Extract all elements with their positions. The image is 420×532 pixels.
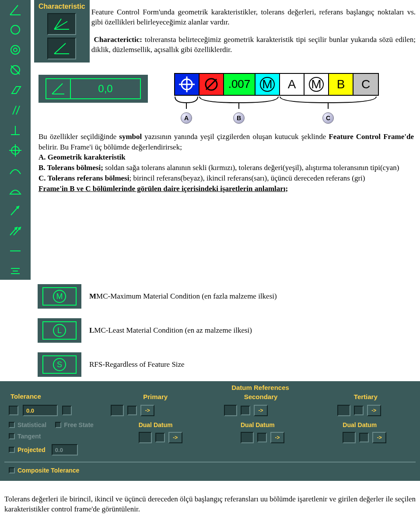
circularity-icon[interactable] — [8, 23, 22, 37]
tolerance-label: Tolerance — [4, 384, 105, 400]
runout-icon[interactable] — [8, 204, 22, 218]
lmc-letter: L — [53, 324, 66, 337]
characteristic-select-2[interactable] — [47, 38, 76, 59]
projected-value-input[interactable]: 0.0 — [52, 444, 78, 456]
primary-dual-arrow-button[interactable]: -> — [168, 432, 182, 443]
rfs-label: RFS-Regardless of Feature Size — [89, 360, 185, 369]
intro-paragraph-2: Characterictic: tolreransta belirteceğim… — [90, 35, 420, 55]
footer-paragraph: Tolerans değerleri ile birincil, ikincil… — [0, 488, 420, 523]
tol-shape-button[interactable] — [9, 406, 18, 415]
mmc-row: M MMC-Maximum Material Condition (en faz… — [38, 284, 420, 309]
angle-symbol-icon — [46, 79, 71, 98]
fcf-datum-tertiary: C — [354, 74, 378, 95]
total-runout-icon[interactable] — [8, 224, 22, 238]
tertiary-datum-input[interactable] — [337, 405, 350, 416]
tol-value-input[interactable]: 0.0 — [23, 405, 58, 416]
tertiary-label: Tertiary — [354, 393, 378, 400]
primary-modifier-button[interactable] — [127, 406, 137, 415]
secondary-datum-input[interactable] — [224, 405, 237, 416]
tol-modifier-button[interactable] — [62, 406, 72, 415]
tertiary-dual-datum-label: Dual Datum — [343, 421, 377, 428]
section-text: Bu özellikler seçildiğinde symbol yazısı… — [34, 124, 420, 194]
secondary-arrow-button[interactable]: -> — [254, 405, 268, 416]
straightness-icon[interactable] — [8, 244, 22, 258]
lmc-label: LMC-Least Material Condition (en az malz… — [89, 326, 252, 335]
divider — [4, 462, 416, 462]
statistical-checkbox[interactable]: Statistical — [9, 421, 46, 428]
fcf-tolerance-value: .007 — [224, 74, 256, 95]
primary-label: Primary — [143, 393, 168, 400]
profile-surface-icon[interactable] — [8, 184, 22, 198]
rfs-letter: S — [53, 358, 66, 371]
brace-label-c: C — [322, 112, 334, 124]
secondary-dual-mod-button[interactable] — [257, 433, 267, 442]
svg-point-2 — [14, 48, 17, 52]
position-icon[interactable] — [8, 143, 22, 157]
fcf-characteristic-icon — [175, 74, 200, 95]
fcf-shape-icon — [200, 74, 224, 95]
parallelism-icon[interactable] — [8, 103, 22, 117]
primary-dual-datum-label: Dual Datum — [139, 421, 173, 428]
svg-point-1 — [11, 45, 20, 54]
characteristic-select-1[interactable] — [47, 13, 76, 35]
angle-display-panel: 0,0 — [38, 75, 148, 103]
primary-datum-input[interactable] — [111, 405, 124, 416]
secondary-modifier-button[interactable] — [241, 406, 250, 415]
characteristic-title: Characteristic — [38, 3, 85, 10]
secondary-dual-input[interactable] — [241, 432, 254, 443]
mmc-letter: M — [53, 290, 66, 303]
angle-value: 0,0 — [71, 79, 140, 98]
brace-label-a: A — [181, 112, 192, 124]
fcf-modifier: M — [256, 74, 280, 95]
symbol-toolbar — [0, 0, 31, 280]
svg-point-0 — [11, 25, 20, 34]
intro-lead: Characterictic: — [94, 35, 142, 44]
tertiary-modifier-button[interactable] — [354, 406, 364, 415]
fcf-datum-primary: A — [280, 74, 304, 95]
section-a: A. Geometrik karakteristik — [38, 152, 414, 163]
section-b: B. Tolerans bölmesi; soldan sağa toleran… — [38, 163, 414, 173]
secondary-label: Secondary — [244, 393, 278, 400]
lmc-icon-box: L — [38, 318, 81, 343]
fcf-datum-secondary: B — [329, 74, 354, 95]
tertiary-dual-arrow-button[interactable]: -> — [372, 432, 386, 443]
mmc-label: MMC-Maximum Material Condition (en fazla… — [89, 292, 277, 301]
primary-dual-input[interactable] — [139, 432, 152, 443]
tertiary-dual-mod-button[interactable] — [359, 433, 369, 442]
mmc-icon-box: M — [38, 284, 81, 309]
primary-dual-mod-button[interactable] — [155, 433, 165, 442]
profile-line-icon[interactable] — [8, 163, 22, 177]
angularity-icon[interactable] — [8, 3, 22, 17]
composite-tolerance-checkbox[interactable]: Composite Tolerance — [4, 467, 416, 474]
fcf-datum-primary-modifier: M — [304, 74, 329, 95]
angle-box: 0,0 — [46, 78, 141, 99]
concentricity-icon[interactable] — [8, 43, 22, 57]
cylindricity-icon[interactable] — [8, 63, 22, 77]
lmc-row: L LMC-Least Material Condition (en az ma… — [38, 318, 420, 343]
fcf-braces: A B C — [174, 96, 420, 124]
feature-control-frame: .007 M A M B C — [174, 73, 420, 96]
frame-note: Frame'in B ve C bölümlerinde görülen dai… — [38, 184, 414, 194]
projected-checkbox[interactable]: Projected 0.0 — [9, 444, 109, 456]
characteristic-panel: Characteristic — [34, 0, 90, 63]
secondary-dual-datum-label: Dual Datum — [241, 421, 275, 428]
rfs-icon-box: S — [38, 352, 81, 377]
datum-references-title: Datum References — [105, 384, 416, 391]
free-state-checkbox[interactable]: Free State — [55, 421, 94, 428]
tangent-checkbox[interactable]: Tangent — [9, 433, 109, 440]
secondary-dual-arrow-button[interactable]: -> — [270, 432, 284, 443]
primary-arrow-button[interactable]: -> — [140, 405, 154, 416]
flatness-icon[interactable] — [8, 83, 22, 97]
tertiary-arrow-button[interactable]: -> — [367, 405, 381, 416]
perpendicularity-icon[interactable] — [8, 123, 22, 137]
intro-paragraph-1: Feature Control Form'unda geometrik kara… — [90, 7, 420, 28]
section-c: C. Tolerans referans bölmesi; birincil r… — [38, 173, 414, 184]
datum-references-panel: Tolerance Datum References Primary Secon… — [0, 381, 420, 481]
tertiary-dual-input[interactable] — [343, 432, 356, 443]
rfs-row: S RFS-Regardless of Feature Size — [38, 352, 420, 377]
fcf-datum-primary-modifier-letter: M — [309, 77, 324, 92]
symmetry-icon[interactable] — [8, 264, 22, 278]
fcf-modifier-letter: M — [260, 77, 275, 92]
brace-label-b: B — [233, 112, 245, 124]
